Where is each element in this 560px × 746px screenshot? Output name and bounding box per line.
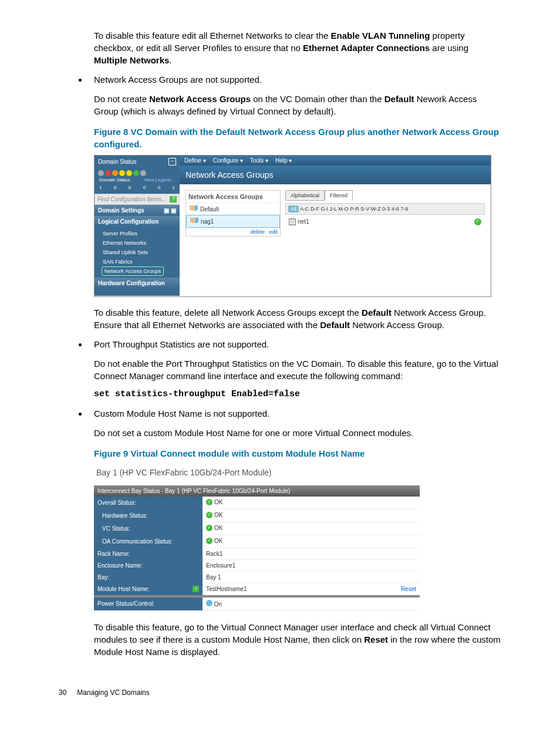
module-title: Bay 1 (HP VC FlexFabric 10Gb/24-Port Mod… — [94, 464, 420, 485]
ok-icon — [206, 525, 212, 531]
logical-config-section[interactable]: Logical Configuration — [95, 216, 180, 227]
tab-alphabetical[interactable]: Alphabetical — [285, 190, 325, 201]
collapse-icon[interactable]: – — [168, 158, 176, 166]
status-dot-icon — [112, 170, 118, 176]
find-config-input[interactable]: Find Configuration Items...? — [95, 194, 180, 205]
sidebar-item-shared-uplink[interactable]: Shared Uplink Sets — [102, 248, 180, 257]
sidebar-item-network-access-groups[interactable]: Network Access Groups — [102, 266, 164, 276]
sidebar-item-server-profiles[interactable]: Server Profiles — [102, 229, 180, 238]
edit-link[interactable]: edit — [269, 229, 278, 235]
tab-filtered[interactable]: Filtered — [325, 190, 353, 201]
sidebar-item-san-fabrics[interactable]: SAN Fabrics — [102, 257, 180, 266]
paragraph-vlan: To disable this feature edit all Etherne… — [59, 29, 501, 66]
page-footer: 30Managing VC Domains — [59, 665, 501, 697]
power-on-icon — [206, 600, 212, 606]
status-dot-icon — [98, 170, 104, 176]
status-dot-icon — [126, 170, 132, 176]
figure-9: Bay 1 (HP VC FlexFabric 10Gb/24-Port Mod… — [94, 464, 420, 610]
filter-bar[interactable]: All A-C D-F G-I J-L M-O P-R S-V W-Z 0-3 … — [285, 203, 485, 215]
sidebar-item-ethernet-networks[interactable]: Ethernet Networks — [102, 238, 180, 248]
domain-settings-section[interactable]: Domain Settings▣ ▣ — [95, 205, 180, 216]
ok-icon — [206, 512, 212, 518]
network-row-net1[interactable]: net1 — [285, 215, 485, 229]
row-power-status: Power Status/Control: — [94, 598, 203, 610]
status-dot-icon — [119, 170, 125, 176]
paragraph-nag: Do not create Network Access Groups on t… — [59, 93, 501, 117]
paragraph-reset: To disable this feature, go to the Virtu… — [59, 621, 501, 658]
paragraph-custom-module: Do not set a custom Module Host Name for… — [59, 427, 501, 439]
status-dot-icon — [105, 170, 111, 176]
status-dot-icon — [133, 170, 139, 176]
page-title: Network Access Groups — [180, 166, 491, 184]
row-rack-name: Rack Name: — [94, 548, 203, 560]
paragraph-disable-nag: To disable this feature, delete all Netw… — [59, 306, 501, 331]
hardware-config-section[interactable]: Hardware Configuration — [95, 278, 180, 289]
delete-link[interactable]: delete — [250, 229, 265, 235]
help-icon[interactable]: ? — [193, 586, 199, 592]
view-legend-link[interactable]: View Legend... — [144, 177, 175, 183]
figure-8-caption: Figure 8 VC Domain with the Default Netw… — [59, 126, 501, 150]
row-overall-status: Overall Status: — [94, 497, 203, 509]
tree-title: Network Access Groups — [186, 191, 280, 202]
group-icon — [190, 218, 198, 225]
command-text: set statistics-throughput Enabled=false — [59, 389, 501, 399]
ok-icon — [206, 499, 212, 505]
row-hardware-status: Hardware Status: — [94, 509, 203, 522]
bullet-custom-module: Custom Module Host Name is not supported… — [88, 407, 501, 420]
row-module-host-name: Module Host Name:? — [94, 583, 203, 595]
row-enclosure-name: Enclosure Name: — [94, 560, 203, 572]
tree-item-default[interactable]: Default — [186, 202, 280, 215]
bullet-nag: Network Access Groups are not supported. — [88, 73, 501, 86]
figure-8: Domain Status – Domain StatusView Legend… — [94, 155, 491, 297]
ok-icon — [474, 218, 481, 225]
domain-status-header: Domain Status – — [95, 156, 180, 168]
table-header: Interconnect Bay Status - Bay 1 (HP VC F… — [94, 485, 420, 497]
row-vc-status: VC Status: — [94, 522, 203, 535]
group-icon — [190, 205, 198, 212]
rack-icon — [289, 218, 296, 225]
status-dot-icon — [140, 170, 146, 176]
paragraph-port-throughput: Do not enable the Port Throughput Statis… — [59, 357, 501, 382]
reset-button[interactable]: Reset — [401, 586, 416, 592]
figure-9-caption: Figure 9 Virtual Connect module with cus… — [59, 447, 501, 460]
menubar[interactable]: Define ▾Configure ▾Tools ▾Help ▾ — [180, 156, 491, 166]
bullet-port-throughput: Port Throughput Statistics are not suppo… — [88, 338, 501, 350]
row-bay: Bay: — [94, 572, 203, 583]
tree-item-nag1[interactable]: nag1 — [186, 215, 280, 228]
ok-icon — [206, 538, 212, 544]
row-oa-status: OA Communication Status: — [94, 535, 203, 548]
